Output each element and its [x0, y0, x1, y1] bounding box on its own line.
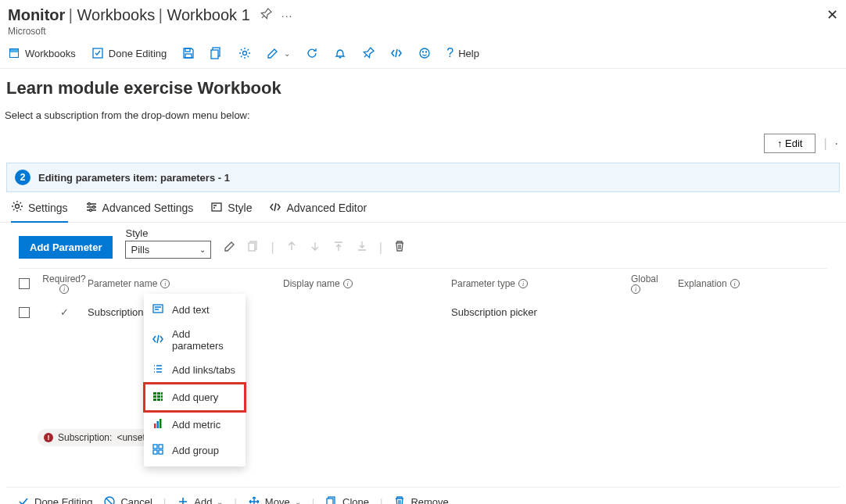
pin-icon[interactable]: [260, 8, 272, 23]
add-parameter-button[interactable]: Add Parameter: [19, 236, 113, 259]
more-icon[interactable]: ···: [281, 9, 293, 22]
footer-add[interactable]: Add ⌄: [177, 495, 223, 504]
svg-rect-7: [211, 50, 218, 59]
pin-toolbar-icon[interactable]: [362, 47, 375, 59]
arrow-down-icon[interactable]: [309, 240, 321, 256]
workbook-title: Learn module exercise Workbook: [0, 69, 846, 105]
feedback-icon[interactable]: [418, 47, 431, 59]
settings-tabs: Settings Advanced Settings Style Advance…: [0, 192, 846, 223]
footer-cancel[interactable]: Cancel: [103, 495, 152, 504]
svg-rect-4: [185, 48, 190, 52]
edit-icon[interactable]: [267, 47, 279, 59]
footer-remove[interactable]: Remove: [393, 495, 448, 504]
svg-point-14: [92, 206, 95, 208]
svg-point-15: [89, 209, 91, 211]
svg-point-8: [243, 52, 247, 55]
tab-advanced-settings[interactable]: Advanced Settings: [85, 201, 194, 222]
workbooks-button[interactable]: Workbooks: [8, 47, 76, 59]
group-icon: [152, 443, 164, 458]
refresh-icon[interactable]: [306, 47, 318, 59]
menu-add-parameters[interactable]: Add parameters: [144, 323, 246, 357]
move-top-icon[interactable]: [332, 240, 345, 256]
trash-icon[interactable]: [393, 240, 406, 256]
edit-button[interactable]: ↑ Edit: [764, 134, 816, 153]
svg-rect-38: [327, 499, 333, 504]
svg-rect-28: [161, 399, 163, 401]
svg-rect-26: [153, 399, 156, 401]
menu-add-links[interactable]: Add links/tabs: [144, 357, 246, 383]
tab-settings[interactable]: Settings: [11, 200, 68, 223]
check-icon: ✓: [60, 306, 69, 318]
header-subtitle: Microsoft: [8, 26, 838, 37]
svg-rect-23: [153, 395, 156, 398]
error-icon: !: [44, 433, 53, 442]
text-icon: [152, 302, 164, 317]
help-button[interactable]: ? Help: [446, 46, 479, 60]
footer-clone[interactable]: Clone: [325, 495, 369, 504]
chevron-down-icon[interactable]: ⌄: [284, 49, 290, 58]
add-menu: Add text Add parameters Add links/tabs A…: [144, 294, 246, 466]
footer-move[interactable]: Move ⌄: [248, 495, 301, 504]
help-icon: ?: [446, 46, 453, 60]
chevron-down-icon: ⌄: [199, 245, 206, 254]
info-icon[interactable]: i: [730, 279, 740, 288]
info-icon[interactable]: i: [631, 284, 640, 294]
save-icon[interactable]: [182, 47, 195, 59]
done-editing-button[interactable]: Done Editing: [91, 47, 167, 59]
gear-icon[interactable]: [238, 47, 251, 59]
banner-text: Editing parameters item: parameters - 1: [38, 172, 230, 184]
menu-add-text[interactable]: Add text: [144, 297, 246, 323]
code-icon[interactable]: [390, 47, 403, 59]
svg-rect-30: [157, 421, 160, 428]
svg-point-10: [423, 52, 424, 52]
save-as-icon[interactable]: [210, 47, 223, 59]
svg-rect-29: [154, 424, 156, 428]
table-row[interactable]: ✓ Subscription Subscription picker: [19, 298, 827, 326]
info-icon[interactable]: i: [160, 279, 170, 288]
menu-add-query[interactable]: Add query: [144, 383, 246, 412]
menu-add-metric[interactable]: Add metric: [144, 412, 246, 438]
info-icon[interactable]: i: [343, 279, 353, 288]
style-label: Style: [125, 227, 211, 239]
code-icon: [269, 201, 281, 216]
svg-point-12: [16, 205, 20, 209]
svg-rect-5: [185, 54, 192, 58]
copy-row-icon[interactable]: [247, 240, 260, 256]
footer-done-editing[interactable]: Done Editing: [17, 495, 92, 504]
breadcrumb: Monitor | Workbooks | Workbook 1: [8, 6, 250, 24]
info-icon[interactable]: i: [518, 279, 528, 288]
code-icon: [152, 333, 164, 348]
svg-rect-27: [157, 399, 160, 401]
svg-rect-25: [161, 395, 163, 398]
bell-icon[interactable]: [334, 47, 346, 59]
style-select[interactable]: Pills ⌄: [125, 241, 211, 259]
more-edit-icon[interactable]: ·: [835, 137, 838, 151]
item-footer: Done Editing Cancel | Add ⌄ | Move ⌄ | C…: [6, 487, 840, 504]
select-all-checkbox[interactable]: [19, 278, 30, 289]
info-icon[interactable]: i: [59, 284, 69, 294]
tab-advanced-editor[interactable]: Advanced Editor: [269, 201, 367, 222]
workbook-description: Select a subscription from the drop-down…: [0, 105, 846, 130]
svg-rect-21: [157, 392, 160, 395]
menu-add-group[interactable]: Add group: [144, 438, 246, 463]
edit-row-icon[interactable]: [224, 240, 236, 256]
tab-style[interactable]: Style: [210, 201, 252, 222]
row-checkbox[interactable]: [19, 307, 30, 318]
svg-point-11: [426, 52, 427, 52]
svg-rect-32: [153, 445, 157, 449]
svg-point-9: [420, 48, 429, 58]
svg-rect-24: [157, 395, 160, 398]
arrow-up-icon[interactable]: [285, 240, 298, 256]
svg-rect-22: [161, 392, 163, 395]
sliders-icon: [85, 201, 98, 216]
parameter-table: Required? i Parameter name i Display nam…: [0, 263, 846, 487]
book-icon: [8, 47, 20, 59]
editing-banner: 2 Editing parameters item: parameters - …: [6, 163, 840, 192]
svg-point-13: [88, 202, 90, 205]
svg-point-36: [105, 497, 114, 504]
close-icon[interactable]: ✕: [826, 6, 838, 23]
move-bottom-icon[interactable]: [356, 240, 368, 256]
list-icon: [152, 363, 164, 377]
step-badge: 2: [15, 170, 30, 185]
svg-rect-20: [153, 392, 156, 395]
